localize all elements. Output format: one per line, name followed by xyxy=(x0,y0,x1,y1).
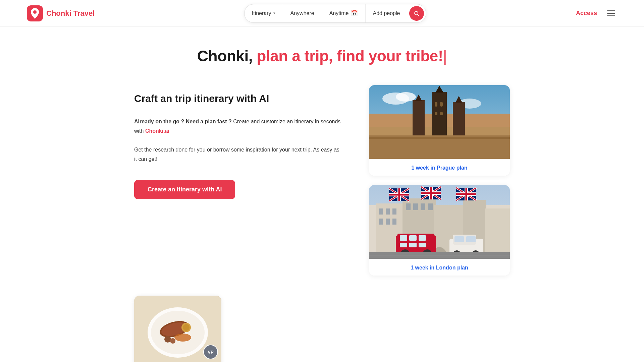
right-column: 1 week in Prague plan xyxy=(369,85,510,276)
anywhere-field[interactable]: Anywhere xyxy=(283,4,322,22)
search-bar: Itinerary ▾ Anywhere Anytime 📅 Add peopl… xyxy=(244,4,427,23)
hamburger-menu[interactable] xyxy=(605,8,617,18)
hero-title: Chonki, plan a trip, find your tribe!| xyxy=(134,47,510,65)
svg-rect-29 xyxy=(392,208,396,215)
chevron-down-icon: ▾ xyxy=(273,11,275,15)
desc-text-2: Get the research done for you or borrow … xyxy=(134,145,342,164)
london-svg xyxy=(369,185,510,259)
description-block-2: Get the research done for you or borrow … xyxy=(134,145,342,164)
svg-rect-17 xyxy=(440,112,443,115)
svg-rect-15 xyxy=(440,102,443,107)
user-avatar: VP xyxy=(203,345,218,359)
svg-rect-26 xyxy=(485,208,510,259)
add-people-label: Add people xyxy=(373,10,400,16)
itinerary-label: Itinerary xyxy=(252,10,271,16)
svg-rect-30 xyxy=(379,219,383,225)
london-card-label[interactable]: 1 week in London plan xyxy=(369,260,510,276)
london-image xyxy=(369,185,510,260)
anytime-label: Anytime xyxy=(329,10,349,16)
svg-rect-31 xyxy=(386,219,390,225)
london-card: 1 week in London plan xyxy=(369,185,510,276)
main-content: Chonki, plan a trip, find your tribe!| C… xyxy=(121,27,523,362)
description-block-1: Already on the go ? Need a plan fast ? C… xyxy=(134,117,342,136)
itinerary-dropdown[interactable]: Itinerary ▾ xyxy=(245,4,283,22)
svg-rect-28 xyxy=(386,208,390,215)
create-itinerary-button[interactable]: Create an itinerary with AI xyxy=(134,180,235,199)
svg-point-97 xyxy=(164,336,171,343)
prague-svg xyxy=(369,85,510,159)
hamburger-line-1 xyxy=(607,10,615,11)
anywhere-label: Anywhere xyxy=(290,10,314,16)
svg-rect-74 xyxy=(419,243,426,247)
hamburger-line-2 xyxy=(607,13,615,14)
logo[interactable]: Chonki Travel xyxy=(27,5,95,21)
cursor: | xyxy=(443,47,447,65)
left-column: Craft an trip itinerary with AI Already … xyxy=(134,85,342,199)
svg-rect-27 xyxy=(379,208,383,215)
section-title: Craft an trip itinerary with AI xyxy=(134,92,342,105)
svg-rect-73 xyxy=(409,243,417,247)
search-button[interactable] xyxy=(409,6,424,21)
svg-point-94 xyxy=(174,334,191,342)
logo-icon xyxy=(27,5,43,21)
prague-card-label[interactable]: 1 week in Prague plan xyxy=(369,160,510,176)
right-nav: Access xyxy=(576,8,617,18)
svg-rect-72 xyxy=(400,243,407,247)
svg-rect-16 xyxy=(435,112,437,115)
svg-rect-82 xyxy=(466,236,476,242)
search-icon xyxy=(413,10,420,17)
desc-text-1: Already on the go ? Need a plan fast ? C… xyxy=(134,117,342,136)
svg-rect-69 xyxy=(400,235,407,241)
svg-rect-36 xyxy=(428,203,433,210)
chonki-ai-link[interactable]: Chonki.ai xyxy=(145,128,169,134)
prague-card: 1 week in Prague plan xyxy=(369,85,510,176)
desc-bold: Already on the go ? Need a plan fast ? xyxy=(134,119,232,124)
svg-rect-19 xyxy=(369,137,510,139)
header: Chonki Travel Itinerary ▾ Anywhere Anyti… xyxy=(0,0,644,27)
two-column-layout: Craft an trip itinerary with AI Already … xyxy=(134,85,510,276)
svg-rect-88 xyxy=(369,255,510,255)
anytime-field[interactable]: Anytime 📅 xyxy=(322,4,366,22)
food-image: VP xyxy=(134,296,221,362)
hero-title-static: Chonki, xyxy=(197,47,253,65)
food-card: VP New York favorite food (11 saved loca… xyxy=(134,296,221,362)
svg-rect-32 xyxy=(392,219,396,225)
svg-point-96 xyxy=(183,324,190,331)
svg-rect-35 xyxy=(421,203,425,210)
svg-rect-34 xyxy=(413,203,418,210)
svg-point-1 xyxy=(33,10,37,14)
hero-title-dynamic: plan a trip, find your tribe! xyxy=(257,47,443,65)
bottom-section: VP New York favorite food (11 saved loca… xyxy=(134,296,510,362)
svg-rect-18 xyxy=(369,135,510,159)
svg-rect-81 xyxy=(454,236,464,242)
svg-rect-70 xyxy=(409,235,417,241)
logo-text: Chonki Travel xyxy=(46,9,95,18)
svg-rect-33 xyxy=(406,203,411,210)
svg-point-98 xyxy=(170,338,175,344)
add-people-field[interactable]: Add people xyxy=(366,4,408,22)
svg-point-4 xyxy=(396,92,416,102)
avatar-initials: VP xyxy=(208,350,213,355)
access-link[interactable]: Access xyxy=(576,10,597,17)
hamburger-line-3 xyxy=(607,15,615,16)
svg-rect-71 xyxy=(419,235,426,241)
svg-rect-14 xyxy=(435,102,437,107)
prague-image xyxy=(369,85,510,160)
calendar-icon: 📅 xyxy=(351,10,358,17)
